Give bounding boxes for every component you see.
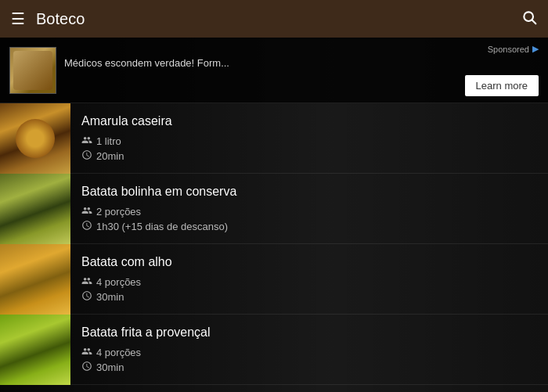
people-icon-2 [81,205,92,218]
ad-image [9,47,56,94]
clock-icon-1 [81,149,92,163]
ad-banner: Sponsored ▶ Médicos escondem verdade! Fo… [0,38,548,103]
app-title: Boteco [36,10,521,28]
time-3: 30min [81,290,537,304]
servings-3: 4 porções [81,275,537,289]
ad-description: Médicos escondem verdade! Form... [64,57,539,69]
time-1: 20min [81,149,537,163]
servings-4: 4 porções [81,346,537,359]
people-icon-1 [81,135,92,148]
recipe-meta-2: 2 porções 1h30 (+15 dias de descanso) [81,205,537,233]
recipe-item-4[interactable]: Batata frita a provençal 4 porções 30min [0,315,548,385]
recipe-thumb-1 [0,103,70,174]
sponsored-icon: ▶ [532,44,539,54]
recipe-list: Amarula caseira 1 litro 20min [0,103,548,385]
recipe-meta-1: 1 litro 20min [81,135,537,163]
search-icon[interactable] [521,9,537,29]
recipe-item-3[interactable]: Batata com alho 4 porções 30min [0,244,548,315]
recipe-name-3: Batata com alho [81,254,537,271]
sponsored-label: Sponsored [488,45,529,54]
servings-text-3: 4 porções [96,276,141,288]
recipe-item-2[interactable]: Batata bolinha em conserva 2 porções 1h3… [0,174,548,244]
servings-text-4: 4 porções [96,347,141,358]
recipe-thumb-3 [0,244,70,315]
people-icon-3 [81,275,92,289]
recipe-meta-3: 4 porções 30min [81,275,537,304]
recipe-item-1[interactable]: Amarula caseira 1 litro 20min [0,103,548,174]
time-text-4: 30min [96,361,124,373]
svg-line-1 [532,20,536,23]
clock-icon-2 [81,220,92,233]
time-text-3: 30min [96,291,124,303]
servings-1: 1 litro [81,135,537,148]
time-2: 1h30 (+15 dias de descanso) [81,220,537,233]
recipe-info-4: Batata frita a provençal 4 porções 30min [70,315,548,384]
people-icon-4 [81,346,92,359]
time-4: 30min [81,361,537,374]
servings-text-1: 1 litro [96,135,121,147]
recipe-thumb-2 [0,174,70,244]
recipe-thumb-4 [0,315,70,385]
recipe-name-4: Batata frita a provençal [81,325,537,341]
clock-icon-4 [81,361,92,374]
servings-2: 2 porções [81,205,537,218]
sponsored-line: Sponsored ▶ [64,44,539,54]
learn-more-button[interactable]: Learn more [465,75,539,96]
recipe-info-2: Batata bolinha em conserva 2 porções 1h3… [70,174,548,243]
time-text-2: 1h30 (+15 dias de descanso) [96,221,228,232]
time-text-1: 20min [96,150,124,162]
recipe-name-2: Batata bolinha em conserva [81,184,537,200]
menu-icon[interactable]: ☰ [11,9,25,28]
recipe-meta-4: 4 porções 30min [81,346,537,374]
recipe-info-1: Amarula caseira 1 litro 20min [70,103,548,173]
content-area: Sponsored ▶ Médicos escondem verdade! Fo… [0,38,548,392]
top-bar: ☰ Boteco [0,0,548,38]
recipe-name-1: Amarula caseira [81,113,537,130]
ad-text-area: Sponsored ▶ Médicos escondem verdade! Fo… [64,44,539,96]
clock-icon-3 [81,290,92,304]
servings-text-2: 2 porções [96,206,141,218]
recipe-info-3: Batata com alho 4 porções 30min [70,244,548,314]
